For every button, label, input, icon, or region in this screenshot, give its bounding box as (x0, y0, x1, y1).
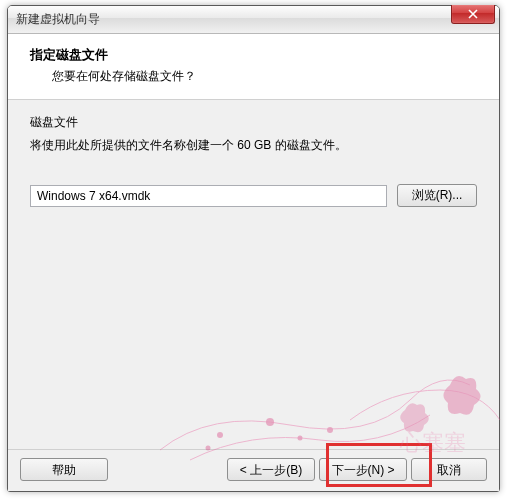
next-button[interactable]: 下一步(N) > (319, 458, 407, 481)
disk-file-input[interactable] (30, 185, 387, 207)
window-title: 新建虚拟机向导 (16, 11, 100, 28)
close-icon (468, 9, 478, 19)
footer: 帮助 < 上一步(B) 下一步(N) > 取消 (8, 449, 499, 491)
wizard-window: 新建虚拟机向导 指定磁盘文件 您要在何处存储磁盘文件？ 磁盘文件 将使用此处所提… (7, 5, 500, 492)
disk-file-label: 磁盘文件 (30, 114, 477, 131)
file-row: 浏览(R)... (30, 184, 477, 207)
header-panel: 指定磁盘文件 您要在何处存储磁盘文件？ (8, 34, 499, 100)
disk-file-desc: 将使用此处所提供的文件名称创建一个 60 GB 的磁盘文件。 (30, 137, 477, 154)
titlebar: 新建虚拟机向导 (8, 6, 499, 34)
close-button[interactable] (451, 5, 495, 24)
help-button[interactable]: 帮助 (20, 458, 108, 481)
content-area: 磁盘文件 将使用此处所提供的文件名称创建一个 60 GB 的磁盘文件。 浏览(R… (8, 100, 499, 449)
cancel-button[interactable]: 取消 (411, 458, 487, 481)
header-subtitle: 您要在何处存储磁盘文件？ (30, 68, 477, 85)
browse-button[interactable]: 浏览(R)... (397, 184, 477, 207)
header-title: 指定磁盘文件 (30, 46, 477, 64)
back-button[interactable]: < 上一步(B) (227, 458, 315, 481)
